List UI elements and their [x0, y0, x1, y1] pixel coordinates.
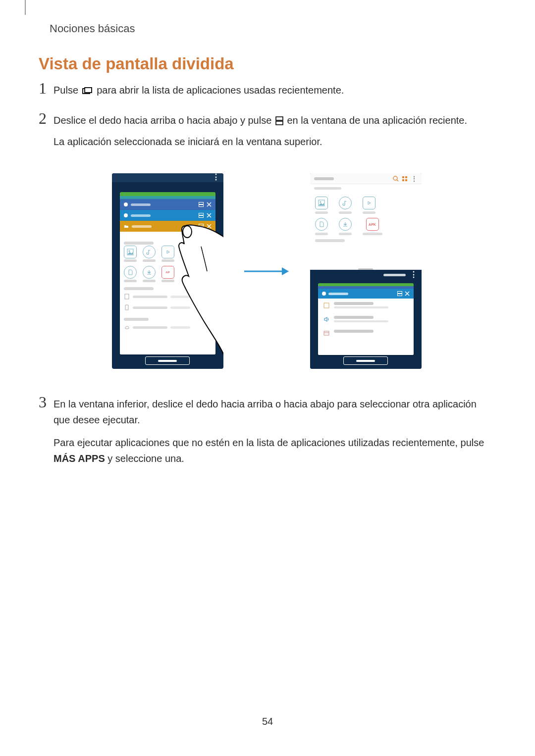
close-all-button: [343, 356, 388, 365]
documents-icon: [124, 266, 137, 279]
svg-rect-24: [397, 294, 402, 296]
section-title: Vista de pantalla dividida: [39, 54, 494, 73]
svg-point-15: [393, 176, 397, 180]
step-3: 3 En la ventana inferior, deslice el ded…: [39, 396, 494, 470]
svg-rect-17: [402, 176, 404, 178]
split-view-icon: [275, 114, 283, 130]
split-handle: [358, 268, 373, 270]
figure-phone-left: ⋮: [112, 173, 223, 369]
step-1: 1 Pulse para abrir la lista de aplicacio…: [39, 82, 494, 103]
step-2: 2 Deslice el dedo hacia arriba o hacia a…: [39, 112, 494, 153]
figure-phone-right: ⋮ APK ⋮: [310, 173, 422, 369]
svg-rect-18: [405, 176, 407, 178]
svg-point-11: [128, 251, 130, 252]
music-icon: [143, 246, 156, 258]
video-icon: [161, 246, 174, 258]
step-1-text-b: para abrir la lista de aplicaciones usad…: [97, 85, 344, 96]
page-edge-rule: [25, 0, 26, 15]
step-3-text-2b: y seleccione una.: [105, 453, 184, 464]
overflow-icon: ⋮: [212, 175, 219, 179]
svg-point-22: [320, 202, 321, 203]
step-2-text-1: Deslice el dedo hacia arriba o hacia aba…: [54, 112, 467, 130]
page-header: Nociones básicas: [50, 22, 135, 35]
svg-rect-6: [199, 213, 203, 215]
video-icon: [363, 197, 375, 209]
close-icon: [405, 291, 410, 296]
step-3-text-2a: Para ejecutar aplicaciones que no estén …: [54, 437, 484, 448]
folder-icon: [124, 224, 129, 229]
svg-rect-1: [85, 88, 92, 93]
download-icon: [143, 266, 156, 279]
step-1-text: Pulse para abrir la lista de aplicacione…: [54, 82, 344, 100]
step-1-number: 1: [39, 80, 54, 96]
step-2-text-a: Deslice el dedo hacia arriba o hacia aba…: [54, 115, 271, 126]
grid-icon: [402, 176, 408, 182]
hand-gesture-illustration: [176, 222, 223, 365]
step-3-text-2: Para ejecutar aplicaciones que no estén …: [54, 435, 494, 466]
music-icon: [339, 197, 352, 209]
close-icon: [207, 202, 212, 207]
search-icon: [393, 176, 399, 182]
sound-icon: [323, 316, 330, 323]
step-1-text-a: Pulse: [54, 85, 78, 96]
split-view-icon: [199, 202, 204, 207]
svg-point-13: [183, 226, 192, 238]
split-view-icon: [199, 213, 204, 218]
figure-row: ⋮: [39, 173, 494, 369]
cloud-icon: [124, 324, 130, 330]
svg-rect-3: [276, 121, 283, 125]
svg-rect-26: [324, 331, 329, 335]
overflow-icon: ⋮: [411, 177, 418, 181]
svg-rect-5: [199, 205, 203, 207]
notifications-icon: [323, 330, 330, 337]
images-icon: [124, 246, 137, 258]
connections-icon: [323, 302, 330, 309]
svg-rect-20: [405, 179, 407, 181]
svg-rect-12: [125, 294, 129, 299]
split-view-icon: [397, 291, 402, 296]
svg-rect-7: [199, 216, 203, 218]
step-2-text-b: en la ventana de una aplicación reciente…: [287, 115, 467, 126]
step-3-text-1: En la ventana inferior, deslice el dedo …: [54, 396, 494, 428]
step-3-number: 3: [39, 394, 54, 410]
svg-rect-23: [397, 292, 402, 294]
recent-apps-icon: [82, 84, 93, 100]
images-icon: [315, 197, 328, 209]
svg-rect-2: [276, 117, 283, 120]
sd-card-icon: [124, 304, 130, 310]
download-icon: [339, 218, 352, 231]
arrow-right-icon: [243, 265, 290, 277]
svg-rect-25: [324, 303, 329, 308]
apk-icon: AP: [161, 266, 174, 279]
close-icon: [207, 213, 212, 218]
apk-icon: APK: [366, 218, 379, 231]
svg-rect-4: [199, 202, 203, 204]
overflow-icon: ⋮: [410, 273, 418, 277]
page-number: 54: [262, 716, 273, 727]
storage-icon: [124, 294, 130, 300]
step-2-text-2: La aplicación seleccionada se iniciará e…: [54, 134, 467, 150]
step-2-number: 2: [39, 110, 54, 126]
svg-line-16: [397, 180, 398, 181]
svg-rect-19: [402, 179, 404, 181]
step-3-more-apps-label: MÁS APPS: [54, 453, 105, 464]
documents-icon: [315, 218, 328, 231]
